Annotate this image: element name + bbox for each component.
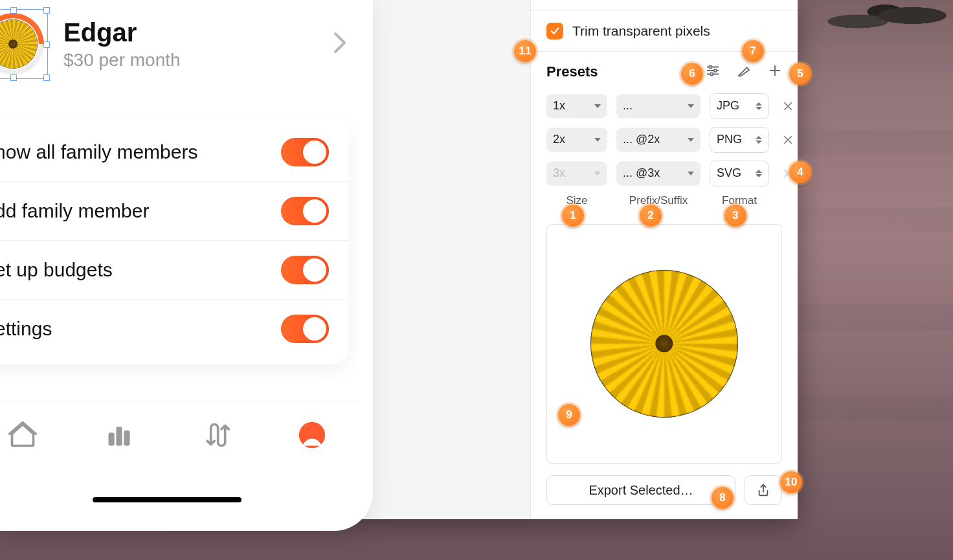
export-label: Export Selected… (589, 483, 693, 498)
export-bar: Export Selected… (531, 464, 798, 519)
size-select[interactable]: 3x (546, 161, 607, 186)
svg-rect-1 (116, 427, 122, 445)
phone-artboard: Edgar $30 per month Show all family memb… (0, 0, 373, 531)
sliders-icon[interactable] (706, 63, 720, 80)
caret-icon (688, 172, 694, 175)
canvas[interactable]: Edgar $30 per month Show all family memb… (0, 0, 531, 519)
callout-2: 2 (640, 205, 662, 227)
svg-point-6 (714, 69, 717, 71)
size-value: 1x (553, 99, 565, 113)
resize-handle[interactable] (43, 7, 50, 14)
export-selected-button[interactable]: Export Selected… (546, 475, 735, 505)
selected-avatar[interactable] (0, 13, 44, 75)
callout-7: 7 (742, 40, 764, 62)
callout-5: 5 (789, 63, 811, 85)
preset-row: 1x ... JPG (546, 93, 782, 119)
setting-label: Show all family members (0, 141, 197, 163)
callout-8: 8 (712, 487, 734, 509)
caret-icon (688, 138, 694, 142)
toggle[interactable] (281, 256, 329, 284)
setting-settings[interactable]: Settings (0, 299, 348, 358)
presets-title: Presets (546, 63, 598, 80)
setting-budgets[interactable]: Set up budgets (0, 240, 348, 299)
knife-icon[interactable] (737, 63, 751, 80)
callout-3: 3 (724, 205, 746, 227)
tab-profile[interactable] (298, 421, 326, 452)
resize-handle[interactable] (10, 7, 17, 14)
remove-row-button[interactable] (778, 134, 798, 146)
suffix-value: ... (623, 99, 633, 113)
setting-label: Set up budgets (0, 259, 113, 281)
size-value: 2x (553, 133, 565, 146)
format-select[interactable]: JPG (710, 93, 769, 119)
callout-10: 10 (780, 471, 802, 493)
setting-label: Settings (0, 318, 52, 340)
share-button[interactable] (745, 475, 782, 505)
callout-6: 6 (681, 63, 703, 85)
tab-transfers[interactable] (201, 421, 230, 452)
setting-add-family[interactable]: Add family member (0, 181, 348, 240)
suffix-value: ... @3x (623, 166, 660, 180)
inspector-panel: Trim transparent pixels Presets (530, 0, 798, 519)
caret-icon (594, 172, 601, 175)
chevron-right-icon[interactable] (333, 31, 347, 57)
caret-icon (594, 138, 601, 142)
callout-9: 9 (558, 404, 580, 426)
format-value: PNG (717, 133, 742, 146)
home-indicator (93, 497, 241, 502)
label-prefix-suffix: Prefix/Suffix (616, 194, 701, 207)
format-value: SVG (717, 166, 741, 180)
caret-icon (594, 104, 601, 108)
resize-handle[interactable] (10, 74, 17, 81)
suffix-value: ... @2x (623, 133, 660, 146)
setting-show-all-family[interactable]: Show all family members (0, 123, 348, 181)
suffix-select[interactable]: ... @3x (616, 161, 701, 186)
profile-price: $30 per month (63, 50, 181, 71)
export-preview (546, 224, 782, 464)
svg-point-7 (710, 73, 713, 75)
tab-stats[interactable] (105, 421, 133, 452)
suffix-select[interactable]: ... (616, 94, 701, 118)
svg-rect-2 (124, 431, 129, 446)
callout-4: 4 (789, 161, 811, 183)
size-value: 3x (553, 166, 565, 180)
preset-row: 3x ... @3x SVG (546, 161, 782, 186)
toggle[interactable] (281, 197, 329, 225)
format-value: JPG (717, 99, 739, 113)
callout-1: 1 (562, 205, 584, 227)
trim-checkbox[interactable] (546, 23, 563, 39)
stepper-icon (756, 136, 762, 144)
preset-rows: 1x ... JPG 2x ... @2x PNG 3x ... @3x SVG (531, 85, 798, 194)
format-select[interactable]: PNG (710, 127, 769, 153)
remove-row-button[interactable] (778, 100, 798, 112)
profile-name: Edgar (63, 18, 181, 47)
size-select[interactable]: 2x (546, 128, 607, 152)
trim-label: Trim transparent pixels (572, 23, 710, 39)
caret-icon (688, 104, 694, 108)
svg-point-5 (709, 65, 712, 68)
preset-row: 2x ... @2x PNG (546, 127, 782, 153)
svg-rect-0 (108, 432, 114, 445)
format-select[interactable]: SVG (710, 161, 769, 186)
settings-card: Show all family members Add family membe… (0, 117, 348, 364)
plus-icon[interactable] (768, 63, 782, 80)
stepper-icon (756, 102, 762, 110)
resize-handle[interactable] (43, 74, 50, 81)
size-select[interactable]: 1x (546, 94, 607, 118)
resize-handle[interactable] (43, 41, 50, 48)
tab-home[interactable] (8, 421, 37, 452)
tab-bar (0, 401, 360, 511)
profile-row[interactable]: Edgar $30 per month (0, 0, 373, 89)
preview-avatar (567, 247, 761, 441)
callout-11: 11 (514, 40, 536, 62)
selection-outline (0, 9, 48, 79)
setting-label: Add family member (0, 200, 149, 222)
toggle[interactable] (281, 138, 329, 166)
stepper-icon (756, 170, 762, 177)
toggle[interactable] (281, 315, 329, 343)
design-tool-window: Edgar $30 per month Show all family memb… (0, 0, 798, 519)
svg-point-4 (307, 427, 317, 436)
suffix-select[interactable]: ... @2x (616, 128, 701, 152)
